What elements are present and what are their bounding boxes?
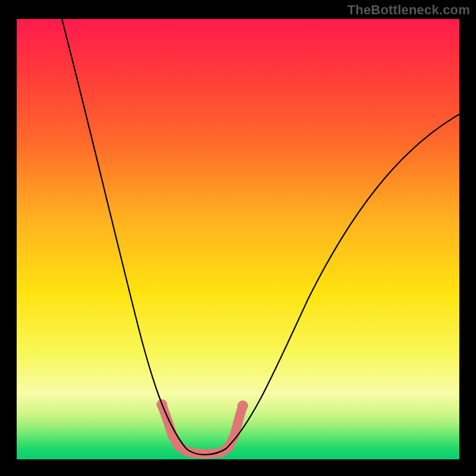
optimal-range-end-dot (237, 400, 248, 411)
chart-container: TheBottleneck.com (0, 0, 476, 476)
bottleneck-curve (17, 19, 459, 459)
watermark-text: TheBottleneck.com (347, 2, 470, 18)
optimal-range-dot (168, 431, 177, 440)
gradient-plot-area (17, 19, 459, 459)
bottleneck-curve-path (62, 19, 459, 455)
optimal-range-dot (224, 443, 233, 452)
